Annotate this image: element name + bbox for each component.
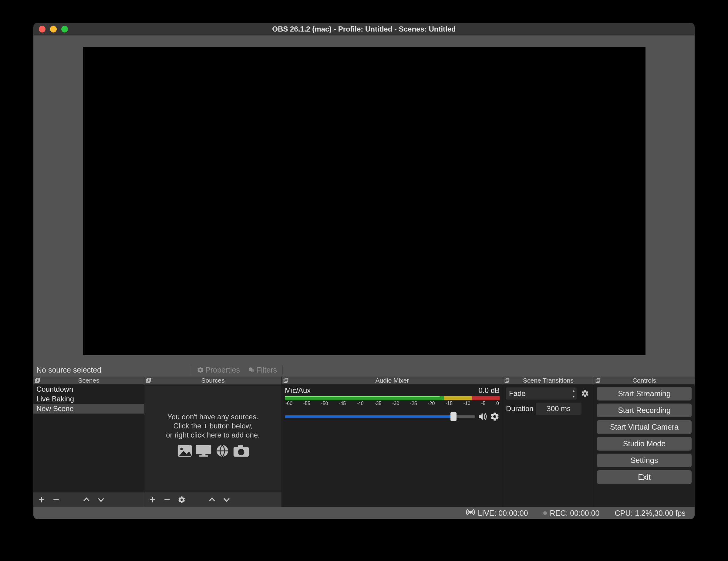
svg-point-10 (180, 448, 183, 450)
svg-rect-13 (199, 455, 208, 457)
preview-area (33, 35, 695, 363)
popout-icon[interactable] (504, 377, 510, 383)
camera-icon (233, 444, 250, 457)
tick-label: -30 (392, 401, 399, 406)
svg-rect-3 (36, 378, 39, 381)
mixer-channel-name: Mic/Aux (285, 386, 311, 395)
image-icon (176, 444, 193, 457)
tick-label: -15 (446, 401, 453, 406)
start-recording-button[interactable]: Start Recording (597, 404, 692, 417)
filters-button[interactable]: Filters (245, 366, 279, 374)
popout-icon[interactable] (595, 377, 601, 383)
gear-icon (581, 390, 589, 397)
volume-slider[interactable] (285, 415, 475, 418)
audio-mixer-dock: Audio Mixer Mic/Aux 0.0 dB -60-55-50-45-… (282, 377, 503, 507)
popout-icon[interactable] (35, 377, 40, 383)
svg-point-27 (470, 511, 472, 513)
status-bar: LIVE: 00:00:00 REC: 00:00:00 CPU: 1.2%,3… (33, 507, 695, 519)
svg-rect-23 (505, 379, 508, 383)
status-rec: REC: 00:00:00 (543, 509, 600, 518)
settings-button[interactable]: Settings (597, 454, 692, 467)
duration-value: 300 ms (547, 404, 571, 413)
source-settings-button[interactable] (178, 496, 186, 504)
svg-rect-16 (238, 445, 243, 448)
svg-rect-7 (147, 379, 150, 383)
svg-rect-21 (284, 379, 287, 383)
duration-label: Duration (506, 404, 534, 413)
properties-label: Properties (205, 366, 240, 374)
popout-icon[interactable] (146, 377, 151, 383)
volume-meter (285, 396, 500, 400)
preview-canvas[interactable] (83, 47, 645, 355)
gear-icon[interactable] (490, 412, 500, 421)
tick-label: -40 (357, 401, 364, 406)
tick-label: -60 (285, 401, 292, 406)
svg-rect-24 (506, 378, 509, 381)
source-toolbar: No source selected Properties Filters (33, 363, 695, 377)
close-window-button[interactable] (39, 26, 45, 32)
sources-title: Sources (201, 377, 224, 384)
filters-icon (248, 366, 255, 373)
svg-point-17 (238, 449, 244, 455)
transitions-dock: Scene Transitions Fade ▴▾ Duration 300 m… (503, 377, 594, 507)
studio-mode-button[interactable]: Studio Mode (597, 437, 692, 451)
remove-scene-button[interactable] (52, 496, 60, 504)
tick-label: -35 (374, 401, 381, 406)
svg-rect-11 (196, 445, 211, 454)
add-source-button[interactable] (149, 496, 157, 504)
scenes-header: Scenes (33, 377, 144, 384)
controls-header: Controls (594, 377, 695, 384)
sources-empty-message[interactable]: You don't have any sources. Click the + … (144, 384, 281, 492)
add-scene-button[interactable] (38, 496, 45, 504)
gear-icon (197, 366, 204, 373)
volume-slider-row (285, 412, 500, 421)
live-text: LIVE: 00:00:00 (478, 509, 528, 518)
globe-icon (214, 444, 231, 457)
scene-item[interactable]: Live Baking (33, 394, 144, 404)
popout-icon[interactable] (283, 377, 288, 383)
start-streaming-button[interactable]: Start Streaming (597, 387, 692, 400)
transition-select[interactable]: Fade ▴▾ (506, 387, 577, 400)
transition-settings-button[interactable] (579, 387, 591, 400)
status-cpu: CPU: 1.2%,30.00 fps (615, 509, 686, 518)
tick-label: 0 (496, 401, 499, 406)
tick-label: -45 (339, 401, 346, 406)
mixer-title: Audio Mixer (376, 377, 409, 384)
volume-thumb[interactable] (450, 412, 457, 421)
exit-button[interactable]: Exit (597, 470, 692, 484)
sources-dock: Sources You don't have any sources. Clic… (144, 377, 282, 507)
sources-header: Sources (144, 377, 281, 384)
dock-row: Scenes CountdownLive BakingNew Scene Sou… (33, 377, 695, 507)
status-live: LIVE: 00:00:00 (466, 508, 528, 518)
window-controls (39, 26, 68, 32)
remove-source-button[interactable] (163, 496, 171, 504)
controls-body: Start StreamingStart RecordingStart Virt… (594, 384, 695, 507)
scene-item[interactable]: Countdown (33, 384, 144, 394)
properties-button[interactable]: Properties (194, 366, 242, 374)
move-scene-up-button[interactable] (83, 496, 90, 504)
tick-label: -20 (428, 401, 435, 406)
transition-selected: Fade (509, 389, 526, 398)
transitions-title: Scene Transitions (523, 377, 574, 384)
window-title: OBS 26.1.2 (mac) - Profile: Untitled - S… (33, 25, 695, 33)
move-source-down-button[interactable] (223, 496, 231, 504)
zoom-window-button[interactable] (61, 26, 68, 32)
svg-rect-2 (35, 379, 39, 383)
start-virtual-camera-button[interactable]: Start Virtual Camera (597, 420, 692, 434)
obs-window: OBS 26.1.2 (mac) - Profile: Untitled - S… (33, 23, 695, 519)
svg-rect-26 (597, 378, 600, 381)
broadcast-icon (466, 508, 475, 518)
minimize-window-button[interactable] (50, 26, 57, 32)
scenes-list[interactable]: CountdownLive BakingNew Scene (33, 384, 144, 492)
duration-input[interactable]: 300 ms (536, 403, 581, 415)
scene-item[interactable]: New Scene (33, 404, 144, 414)
tick-label: -50 (321, 401, 328, 406)
move-scene-down-button[interactable] (97, 496, 105, 504)
move-source-up-button[interactable] (208, 496, 216, 504)
mixer-body: Mic/Aux 0.0 dB -60-55-50-45-40-35-30-25-… (282, 384, 503, 507)
controls-dock: Controls Start StreamingStart RecordingS… (594, 377, 695, 507)
tick-label: -10 (463, 401, 470, 406)
tick-label: -25 (410, 401, 417, 406)
meter-ticks: -60-55-50-45-40-35-30-25-20-15-10-50 (285, 401, 500, 406)
speaker-icon[interactable] (478, 412, 487, 421)
